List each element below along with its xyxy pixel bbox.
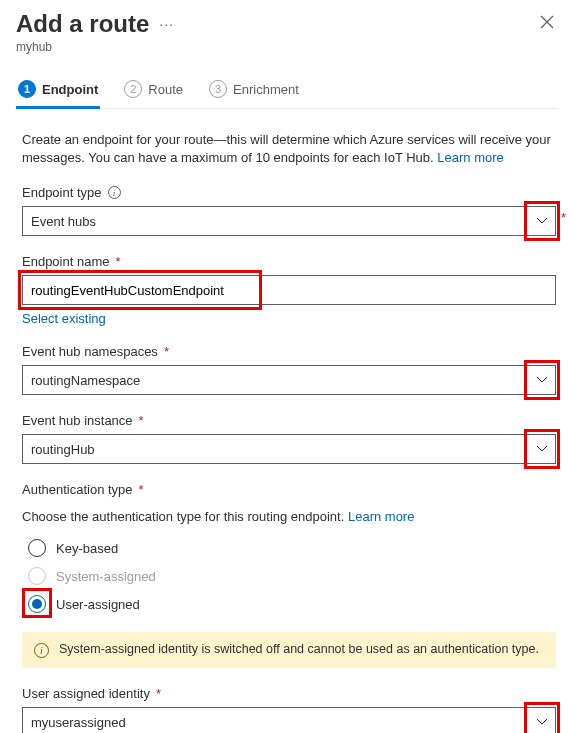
radio-icon (28, 595, 46, 613)
radio-icon (28, 567, 46, 585)
select-value: Event hubs (31, 214, 96, 229)
radio-user-assigned[interactable]: User-assigned (22, 590, 556, 618)
info-icon: i (34, 643, 49, 658)
select-value: routingNamespace (31, 373, 140, 388)
select-value: routingHub (31, 442, 95, 457)
tab-label: Endpoint (42, 82, 98, 97)
subtitle: myhub (16, 40, 558, 54)
tab-route[interactable]: 2 Route (122, 74, 185, 108)
required-indicator: * (561, 210, 566, 225)
tab-num: 2 (124, 80, 142, 98)
auth-desc: Choose the authentication type for this … (22, 509, 556, 524)
endpoint-name-input[interactable] (22, 275, 556, 305)
endpoint-name-label: Endpoint name (22, 254, 109, 269)
radio-system-assigned: System-assigned (22, 562, 556, 590)
info-icon[interactable]: i (108, 186, 121, 199)
namespaces-select[interactable]: routingNamespace (22, 365, 556, 395)
intro-text: Create an endpoint for your route—this w… (22, 131, 556, 167)
endpoint-type-label: Endpoint type (22, 185, 102, 200)
required-indicator: * (139, 413, 144, 428)
learn-more-link[interactable]: Learn more (437, 150, 503, 165)
wizard-tabs: 1 Endpoint 2 Route 3 Enrichment (16, 74, 558, 109)
instance-select[interactable]: routingHub (22, 434, 556, 464)
namespaces-label: Event hub namespaces (22, 344, 158, 359)
radio-label: Key-based (56, 541, 118, 556)
auth-learn-more-link[interactable]: Learn more (348, 509, 414, 524)
required-indicator: * (115, 254, 120, 269)
radio-label: System-assigned (56, 569, 156, 584)
radio-icon (28, 539, 46, 557)
radio-label: User-assigned (56, 597, 140, 612)
instance-label: Event hub instance (22, 413, 133, 428)
select-value: myuserassigned (31, 715, 126, 730)
tab-label: Enrichment (233, 82, 299, 97)
tab-endpoint[interactable]: 1 Endpoint (16, 74, 100, 108)
tab-label: Route (148, 82, 183, 97)
radio-key-based[interactable]: Key-based (22, 534, 556, 562)
required-indicator: * (156, 686, 161, 701)
tab-num: 3 (209, 80, 227, 98)
required-indicator: * (164, 344, 169, 359)
auth-type-label: Authentication type (22, 482, 133, 497)
select-existing-link[interactable]: Select existing (22, 311, 106, 326)
page-title: Add a route (16, 10, 149, 38)
more-icon[interactable]: ··· (159, 16, 174, 32)
tab-num: 1 (18, 80, 36, 98)
close-icon[interactable] (536, 11, 558, 37)
info-banner: i System-assigned identity is switched o… (22, 632, 556, 668)
required-indicator: * (139, 482, 144, 497)
identity-select[interactable]: myuserassigned (22, 707, 556, 733)
identity-label: User assigned identity (22, 686, 150, 701)
endpoint-type-select[interactable]: Event hubs (22, 206, 556, 236)
banner-text: System-assigned identity is switched off… (59, 642, 539, 656)
tab-enrichment[interactable]: 3 Enrichment (207, 74, 301, 108)
